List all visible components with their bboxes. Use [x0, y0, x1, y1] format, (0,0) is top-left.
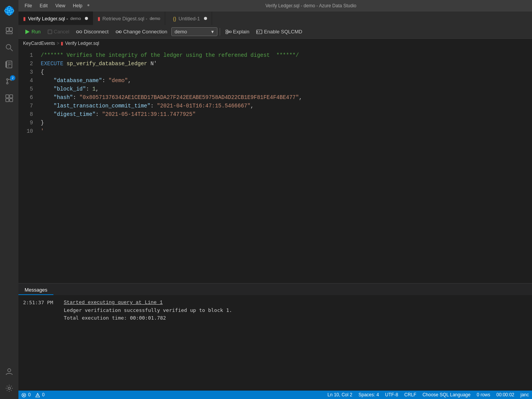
status-left: 0 0	[22, 392, 45, 397]
code-line-8: "digest_time": "2021-05-14T21:39:11.7477…	[41, 110, 532, 119]
svg-rect-6	[10, 28, 12, 31]
connection-name: demo	[175, 29, 187, 35]
account-icon[interactable]	[2, 364, 17, 379]
explain-button[interactable]: Explain	[222, 28, 253, 36]
svg-rect-13	[6, 62, 7, 67]
svg-rect-18	[10, 95, 13, 98]
main-area: File Edit View Help ● Verify Ledger.sql …	[18, 0, 532, 399]
code-lines: /****** Verifies the integrity of the le…	[38, 48, 532, 138]
run-button[interactable]: Run	[22, 28, 44, 36]
tab-db-icon-1: ▮	[23, 16, 26, 21]
cancel-button[interactable]: Cancel	[45, 28, 72, 36]
status-position[interactable]: Ln 10, Col 2	[327, 392, 352, 397]
explorer-icon[interactable]	[2, 23, 17, 38]
enable-sqlcmd-button[interactable]: Enable SQLCMD	[253, 28, 305, 36]
status-language[interactable]: Choose SQL Language	[423, 392, 471, 397]
enable-sqlcmd-icon	[256, 29, 262, 35]
app-logo	[2, 3, 17, 18]
editor-area: 1 2 3 4 5 6 7 8 9 10 /****** Verifies th…	[18, 48, 532, 283]
menu-edit[interactable]: Edit	[36, 2, 51, 9]
notebook-icon[interactable]	[2, 57, 17, 72]
menu-help[interactable]: Help	[70, 2, 86, 9]
svg-rect-32	[226, 32, 228, 34]
svg-point-14	[7, 79, 8, 80]
warning-count: 0	[42, 392, 45, 397]
svg-point-28	[116, 31, 118, 33]
svg-rect-31	[226, 30, 228, 31]
tab-untitled[interactable]: {} Untitled-1	[168, 12, 212, 25]
tab-label-2: Retrieve Digest.sql -	[103, 16, 148, 21]
line-numbers: 1 2 3 4 5 6 7 8 9 10	[18, 48, 38, 138]
error-icon	[22, 393, 26, 397]
connection-dropdown[interactable]: demo ▾	[171, 27, 217, 36]
toolbar: Run Cancel Disconnect Change Connectio	[18, 25, 532, 39]
svg-point-21	[8, 369, 11, 372]
status-encoding[interactable]: UTF-8	[385, 392, 398, 397]
tab-db-icon-2: ▮	[98, 16, 100, 21]
cancel-label: Cancel	[54, 29, 69, 35]
code-line-9: }	[41, 119, 532, 127]
tab-label-1: Verify Ledger.sql -	[28, 16, 68, 21]
svg-point-15	[7, 82, 8, 84]
status-warnings[interactable]: 0	[35, 392, 45, 397]
svg-point-7	[6, 45, 11, 49]
breadcrumb-db-icon: ▮	[61, 41, 63, 46]
search-icon[interactable]	[2, 40, 17, 55]
code-line-5: "block_id": 1,	[41, 85, 532, 93]
status-time: 00:00:02	[496, 392, 514, 397]
svg-rect-4	[6, 28, 9, 31]
status-right: Ln 10, Col 2 Spaces: 4 UTF-8 CRLF Choose…	[327, 392, 529, 397]
dropdown-arrow-icon: ▾	[211, 29, 214, 35]
messages-tab[interactable]: Messages	[18, 285, 53, 295]
breadcrumb-current[interactable]: Verify Ledger.sql	[65, 41, 99, 46]
extensions-icon[interactable]	[2, 91, 17, 106]
menu-file[interactable]: File	[22, 2, 35, 9]
svg-rect-24	[48, 30, 52, 34]
cancel-icon	[48, 30, 52, 34]
activity-bar-bottom	[2, 364, 17, 399]
change-connection-button[interactable]: Change Connection	[113, 28, 171, 36]
message-link-1[interactable]: Started executing query at Line 1	[64, 300, 162, 305]
disconnect-button[interactable]: Disconnect	[73, 28, 111, 36]
run-label: Run	[31, 29, 41, 35]
message-line-2: Total execution time: 00:00:01.782	[64, 314, 232, 322]
svg-point-29	[119, 31, 121, 33]
status-bar: 0 0 Ln 10, Col 2 Spaces: 4 UTF-8 CRLF Ch…	[18, 391, 532, 399]
breadcrumb-parent[interactable]: KeyCardEvents	[23, 41, 55, 46]
code-line-4: "database_name": "demo",	[41, 76, 532, 85]
status-spaces[interactable]: Spaces: 4	[358, 392, 379, 397]
disconnect-icon	[76, 29, 82, 35]
enable-sqlcmd-label: Enable SQLCMD	[264, 29, 302, 35]
status-rows: 0 rows	[477, 392, 490, 397]
status-line-ending[interactable]: CRLF	[404, 392, 416, 397]
messages-tabs: Messages	[18, 284, 532, 295]
svg-point-25	[76, 31, 79, 33]
git-icon[interactable]: 2	[2, 74, 17, 89]
svg-point-22	[8, 387, 10, 389]
tab-subtitle-2: demo	[150, 16, 161, 21]
title-bar-menus: File Edit View Help ●	[22, 2, 90, 9]
status-errors[interactable]: 0	[22, 392, 31, 397]
tab-dot-3	[204, 17, 207, 20]
message-line-1: Ledger verification successfully verifie…	[64, 307, 232, 314]
tab-verify-ledger[interactable]: ▮ Verify Ledger.sql - demo	[18, 12, 93, 25]
svg-line-8	[10, 49, 13, 51]
menu-view[interactable]: View	[52, 2, 68, 9]
code-line-7: "last_transaction_commit_time": "2021-04…	[41, 102, 532, 110]
message-body-1: Started executing query at Line 1 Ledger…	[64, 299, 232, 322]
svg-rect-17	[6, 95, 9, 98]
editor-content[interactable]: 1 2 3 4 5 6 7 8 9 10 /****** Verifies th…	[18, 48, 532, 283]
explain-label: Explain	[233, 29, 250, 35]
messages-panel: Messages 2:51:37 PM Started executing qu…	[18, 283, 532, 391]
warning-icon	[35, 393, 40, 397]
title-bar: File Edit View Help ● Verify Ledger.sql …	[18, 0, 532, 12]
svg-point-3	[8, 10, 10, 12]
settings-icon[interactable]	[2, 381, 17, 396]
svg-rect-5	[6, 32, 12, 34]
tab-bar: ▮ Verify Ledger.sql - demo ▮ Retrieve Di…	[18, 12, 532, 25]
message-row-1: 2:51:37 PM Started executing query at Li…	[23, 298, 527, 323]
tab-retrieve-digest[interactable]: ▮ Retrieve Digest.sql - demo	[93, 12, 166, 25]
run-icon	[25, 29, 30, 35]
svg-rect-20	[10, 99, 13, 102]
change-connection-icon	[116, 29, 122, 35]
